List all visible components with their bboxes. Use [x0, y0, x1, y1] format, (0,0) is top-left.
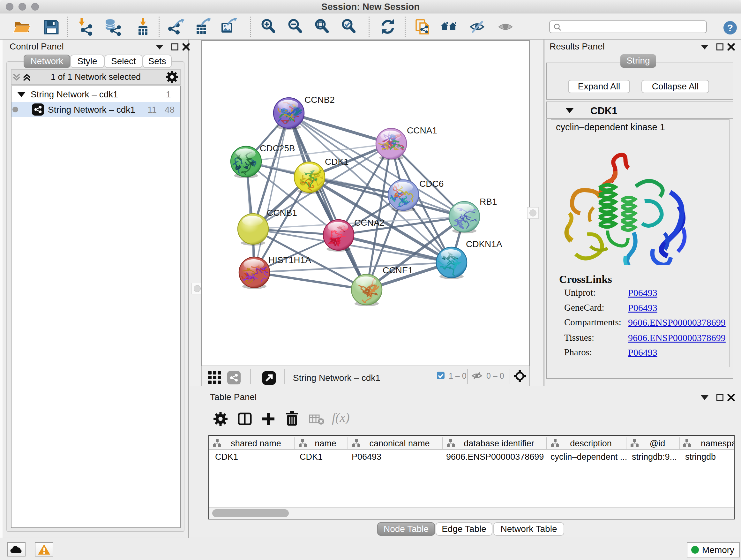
svg-text:CCNB1: CCNB1 — [267, 208, 297, 218]
svg-text:CDKN1A: CDKN1A — [466, 239, 502, 249]
svg-text:CCNA2: CCNA2 — [354, 218, 385, 228]
svg-text:CDK1: CDK1 — [325, 157, 349, 167]
svg-text:CCNE1: CCNE1 — [383, 265, 413, 275]
svg-text:HIST1H1A: HIST1H1A — [268, 255, 311, 265]
svg-text:RB1: RB1 — [480, 197, 497, 206]
svg-text:?: ? — [727, 22, 733, 33]
svg-text:CCNB2: CCNB2 — [305, 95, 335, 105]
svg-text:CCNA1: CCNA1 — [407, 125, 437, 135]
svg-text:CDC25B: CDC25B — [260, 143, 295, 153]
svg-text:CDC6: CDC6 — [419, 179, 444, 189]
